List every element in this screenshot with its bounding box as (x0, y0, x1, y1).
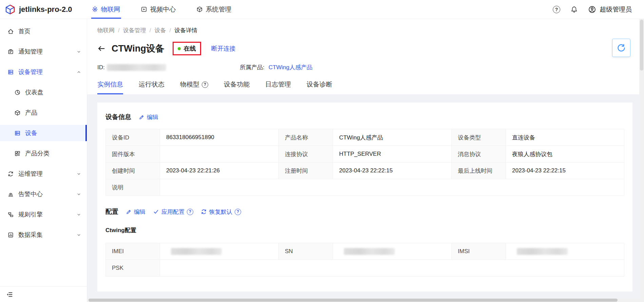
sidebar-item-device[interactable]: 设备 (0, 125, 87, 141)
tab-device-diagnosis[interactable]: 设备诊断 (307, 80, 332, 94)
content-area: 物联网 / 设备管理 / 设备 / 设备详情 CTWing设备 (87, 19, 644, 302)
chevron-down-icon (76, 232, 81, 238)
device-id-block: ID: (97, 64, 240, 71)
nav-item-label: 系统管理 (206, 5, 232, 14)
cell-label: 最后上线时间 (452, 163, 506, 179)
bell-icon[interactable] (570, 6, 578, 13)
cell-value: 直连设备 (506, 129, 624, 146)
sidebar-item-data-collect[interactable]: 数据采集 (0, 227, 87, 243)
ctwing-config-subtitle: Ctwing配置 (105, 226, 624, 234)
chevron-down-icon (76, 212, 81, 217)
tab-label: 运行状态 (139, 80, 164, 89)
table-row: 设备ID 863318066951890 产品名称 CTWing人感产品 设备类… (106, 129, 624, 146)
sidebar-item-label: 数据采集 (18, 231, 43, 239)
vertical-scrollbar[interactable] (639, 19, 644, 302)
table-row: 创建时间 2023-04-23 22:21:26 注册时间 2023-04-23… (106, 163, 624, 179)
annotation-red-box: 在线 (173, 42, 201, 55)
video-play-icon (141, 6, 147, 13)
breadcrumb-separator: / (150, 27, 151, 34)
tab-bar: 实例信息 运行状态 物模型 ? 设备功能 日志管理 (97, 80, 634, 94)
sidebar-item-ops-mgmt[interactable]: 运维管理 (0, 166, 87, 182)
sidebar-item-home[interactable]: 首页 (0, 23, 87, 39)
table-row: 说明 (106, 179, 624, 196)
notice-board-icon (7, 49, 14, 55)
help-icon[interactable]: ? (553, 6, 560, 13)
nav-item-label: 物联网 (101, 5, 120, 14)
horizontal-scrollbar-thumb[interactable] (89, 299, 618, 302)
cell-label: IMSI (452, 243, 506, 260)
breadcrumb-item[interactable]: 设备管理 (123, 26, 146, 34)
nav-item-label: 视频中心 (150, 5, 176, 14)
restore-default-label: 恢复默认 (209, 208, 232, 216)
device-info-header: 设备信息 编辑 (105, 113, 624, 121)
server-icon (7, 69, 14, 75)
cell-label: 设备ID (106, 129, 160, 146)
apply-config-button[interactable]: 应用配置 ? (153, 208, 193, 216)
cell-label: 产品名称 (279, 129, 333, 146)
cell-value (160, 146, 279, 163)
cell-value: CTWing人感产品 (333, 129, 452, 146)
sidebar-item-notify-mgmt[interactable]: 通知管理 (0, 43, 87, 60)
device-info-edit-button[interactable]: 编辑 (139, 113, 158, 121)
tab-label: 日志管理 (265, 80, 291, 89)
vertical-scrollbar-thumb[interactable] (640, 20, 643, 71)
sidebar-item-product[interactable]: 产品 (0, 105, 87, 121)
redacted-imei (171, 248, 222, 255)
product-link[interactable]: CTWing人感产品 (269, 63, 312, 71)
breadcrumb-separator: / (118, 27, 120, 34)
server-icon (14, 130, 21, 136)
chevron-down-icon (76, 49, 81, 54)
back-arrow-icon[interactable] (97, 44, 105, 53)
cell-label: 设备类型 (452, 129, 506, 146)
user-menu[interactable]: 超级管理员 (588, 5, 632, 14)
app-window: jetlinks-pro-2.0 ※ 物联网 视频中心 (0, 0, 644, 302)
check-icon (153, 209, 159, 215)
tab-device-function[interactable]: 设备功能 (224, 80, 250, 94)
rule-flow-icon (7, 211, 14, 218)
cell-value: 夜狼人感协议包 (506, 146, 624, 163)
edit-pencil-icon (126, 209, 132, 215)
page-title: CTWing设备 (112, 42, 164, 55)
refresh-button[interactable] (612, 39, 630, 57)
breadcrumb-item[interactable]: 物联网 (97, 26, 115, 34)
nav-item-system-mgmt[interactable]: 系统管理 (196, 0, 232, 19)
restore-default-button[interactable]: 恢复默认 ? (201, 208, 241, 216)
cell-value (160, 179, 624, 196)
sidebar-item-label: 产品分类 (25, 149, 50, 157)
nav-item-video-center[interactable]: 视频中心 (140, 0, 177, 19)
chevron-down-icon (76, 192, 81, 197)
tab-thing-model[interactable]: 物模型 ? (180, 80, 208, 94)
horizontal-scrollbar[interactable] (87, 298, 639, 302)
breadcrumb-item[interactable]: 设备 (154, 26, 166, 34)
sidebar-item-label: 通知管理 (18, 48, 43, 56)
sidebar-item-label: 仪表盘 (25, 88, 43, 96)
tab-running-status[interactable]: 运行状态 (139, 80, 164, 94)
collapse-menu-icon[interactable] (6, 291, 13, 298)
tab-log-mgmt[interactable]: 日志管理 (265, 80, 291, 94)
avatar-icon (588, 5, 596, 14)
chevron-down-icon (76, 171, 81, 176)
nav-item-iot[interactable]: ※ 物联网 (91, 0, 121, 19)
sidebar-item-alarm-center[interactable]: 告警中心 (0, 186, 87, 202)
table-row: IMEI SN IMSI (106, 243, 624, 260)
sidebar-item-label: 设备 (25, 129, 37, 137)
sidebar-item-dashboard[interactable]: 仪表盘 (0, 84, 87, 100)
sidebar-item-product-category[interactable]: 产品分类 (0, 145, 87, 162)
sidebar: 首页 通知管理 (0, 19, 87, 302)
disconnect-button[interactable]: 断开连接 (211, 44, 236, 53)
category-grid-icon (14, 150, 21, 157)
redacted-sn (344, 248, 395, 255)
sidebar-item-device-mgmt[interactable]: 设备管理 (0, 64, 87, 80)
header-nav: ※ 物联网 视频中心 系统管理 (91, 0, 232, 19)
edit-pencil-icon (139, 114, 144, 120)
cell-label: IMEI (106, 243, 160, 260)
cell-label: 说明 (106, 179, 160, 196)
cell-label: 消息协议 (452, 146, 506, 163)
cell-label: 固件版本 (106, 146, 160, 163)
sidebar-item-rule-engine[interactable]: 规则引擎 (0, 206, 87, 223)
instance-info-card: 设备信息 编辑 设备ID (97, 102, 632, 291)
tab-instance-info[interactable]: 实例信息 (97, 80, 123, 94)
config-edit-button[interactable]: 编辑 (126, 208, 145, 216)
cell-value: HTTP_SERVER (333, 146, 452, 163)
logo[interactable]: jetlinks-pro-2.0 (0, 0, 87, 19)
